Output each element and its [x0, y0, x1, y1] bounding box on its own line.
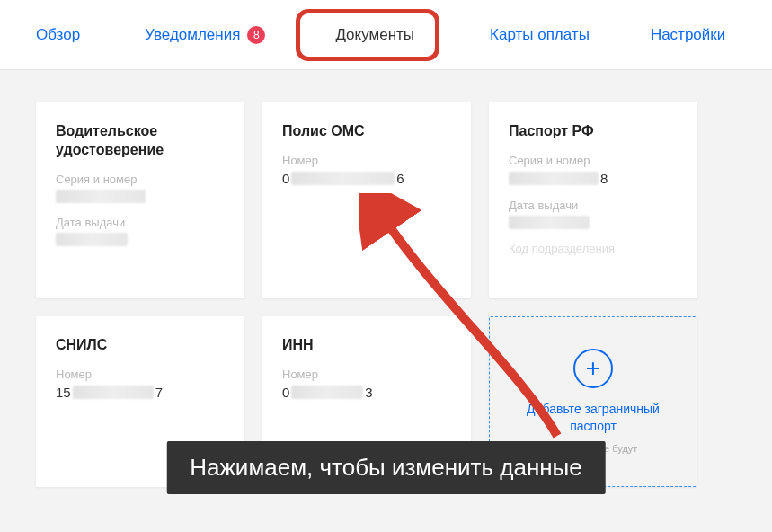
- field-value-number: 0 6: [282, 171, 451, 186]
- field-value-series: 8: [509, 171, 678, 186]
- field-label-issue-date: Дата выдачи: [509, 199, 678, 212]
- annotation-caption: Нажимаем, чтобы изменить данные: [166, 441, 606, 494]
- card-oms[interactable]: Полис ОМС Номер 0 6: [262, 102, 471, 298]
- card-title: СНИЛС: [56, 336, 225, 355]
- field-value-issue-date: [509, 216, 678, 229]
- number-prefix: 0: [282, 385, 289, 400]
- field-label-number: Номер: [282, 368, 451, 381]
- field-label-number: Номер: [282, 154, 451, 167]
- redacted-value: [56, 233, 128, 246]
- field-label-series: Серия и номер: [509, 154, 678, 167]
- tab-payment-cards[interactable]: Карты оплаты: [452, 0, 615, 69]
- plus-icon: +: [573, 349, 613, 388]
- field-label-number: Номер: [56, 368, 225, 381]
- field-label-issue-date: Дата выдачи: [56, 216, 225, 229]
- add-card-title: Добавьте заграничный паспорт: [506, 401, 680, 435]
- field-value-number: 0 3: [282, 385, 451, 400]
- tab-settings[interactable]: Настройки: [615, 0, 750, 69]
- tab-settings-label: Настройки: [651, 26, 725, 44]
- number-suffix: 6: [396, 171, 404, 186]
- tab-notifications[interactable]: Уведомления 8: [120, 0, 297, 69]
- tab-notifications-label: Уведомления: [145, 26, 240, 44]
- card-title: Паспорт РФ: [509, 122, 678, 141]
- tab-documents-label: Документы: [335, 26, 414, 44]
- field-label-division: Код подразделения: [509, 242, 678, 255]
- field-value-issue-date: [56, 233, 225, 246]
- field-label-series: Серия и номер: [56, 173, 225, 186]
- redacted-value: [291, 386, 363, 399]
- field-value-series: [56, 190, 225, 203]
- redacted-value: [73, 386, 154, 399]
- card-drivers-license[interactable]: Водительское удостоверение Серия и номер…: [36, 102, 244, 298]
- card-title: Полис ОМС: [282, 122, 451, 141]
- field-value-number: 15 7: [56, 385, 225, 400]
- tab-overview[interactable]: Обзор: [9, 0, 120, 69]
- redacted-value: [291, 172, 395, 185]
- tabs-nav: Обзор Уведомления 8 Документы Карты опла…: [0, 0, 772, 70]
- redacted-value: [56, 190, 146, 203]
- number-suffix: 7: [155, 385, 163, 400]
- number-suffix: 3: [365, 385, 372, 400]
- redacted-value: [509, 216, 590, 229]
- tab-documents[interactable]: Документы: [297, 0, 452, 69]
- documents-grid: Водительское удостоверение Серия и номер…: [36, 102, 736, 487]
- card-title: Водительское удостоверение: [56, 122, 225, 160]
- tab-payment-cards-label: Карты оплаты: [490, 26, 590, 44]
- redacted-value: [509, 172, 599, 185]
- card-passport-rf[interactable]: Паспорт РФ Серия и номер 8 Дата выдачи К…: [489, 102, 697, 298]
- series-suffix: 8: [600, 171, 608, 186]
- number-prefix: 15: [56, 385, 71, 400]
- notifications-badge: 8: [247, 26, 265, 44]
- number-prefix: 0: [282, 171, 289, 186]
- card-title: ИНН: [282, 336, 451, 355]
- tab-overview-label: Обзор: [36, 26, 80, 44]
